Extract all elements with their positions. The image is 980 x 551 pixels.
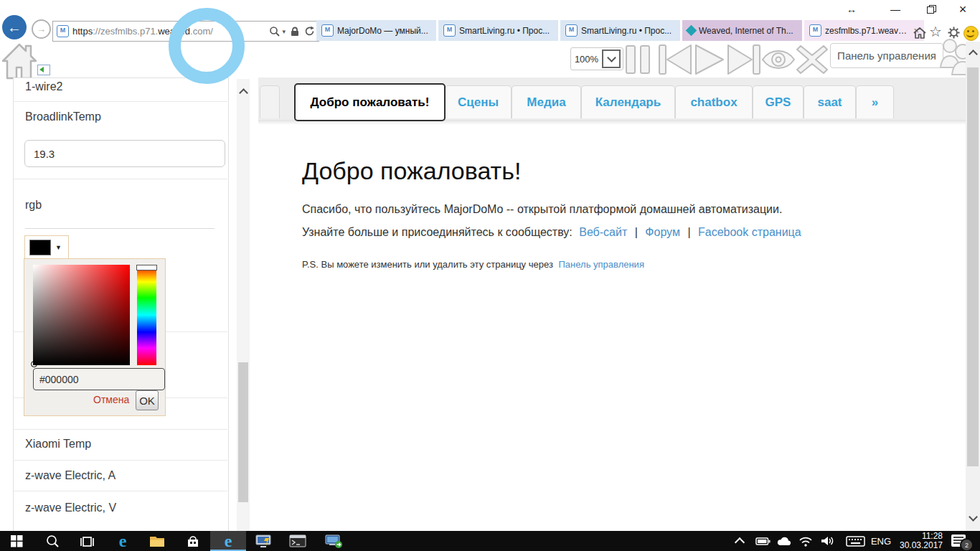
tab-calendar[interactable]: Календарь	[581, 85, 675, 118]
minimize-button[interactable]: —	[884, 0, 907, 19]
ps-prefix: P.S. Вы можете изменить или удалить эту …	[302, 259, 553, 270]
temp-input[interactable]	[24, 140, 225, 167]
hue-slider[interactable]	[137, 265, 156, 365]
forum-link[interactable]: Форум	[645, 226, 680, 238]
edge-icon[interactable]: e	[113, 531, 133, 551]
browser-tab-weaved[interactable]: Weaved, Internet of Th...	[682, 20, 802, 41]
zoom-dropdown[interactable]	[602, 50, 621, 68]
tab-scenes[interactable]: Сцены	[445, 85, 512, 118]
skip-forward-button[interactable]	[727, 44, 761, 78]
play-button[interactable]	[694, 44, 725, 78]
forward-button[interactable]: →	[32, 19, 51, 39]
store-icon[interactable]	[184, 531, 202, 551]
sidebar-item-1wire2[interactable]: 1-wire2	[25, 80, 62, 93]
tab-welcome[interactable]: Добро пожаловать!	[294, 83, 446, 121]
touch-keyboard-icon[interactable]	[844, 531, 867, 551]
hex-input[interactable]	[33, 368, 165, 390]
taskbar-search-icon[interactable]	[43, 531, 62, 551]
restore-button[interactable]	[920, 0, 943, 19]
close-button[interactable]: ×	[951, 0, 974, 19]
site-favicon: M	[57, 25, 69, 37]
clock[interactable]: 11:2830.03.2017	[897, 531, 946, 551]
tab-more[interactable]: »	[856, 85, 894, 118]
divider	[13, 491, 227, 491]
sidebar-item-zwave-a[interactable]: z-wave Electric, A	[25, 469, 116, 482]
volume-icon[interactable]	[818, 531, 837, 551]
wifi-icon[interactable]	[796, 531, 815, 551]
onedrive-cloud-icon[interactable]	[775, 531, 793, 551]
zoom-select[interactable]: 100%	[570, 47, 623, 70]
battery-icon	[753, 531, 772, 551]
color-marker[interactable]	[31, 361, 37, 367]
color-picker-popup: Отмена OK	[24, 258, 166, 416]
browser-tab-smartliving-1[interactable]: M SmartLiving.ru • Прос...	[438, 20, 558, 41]
ie-icon[interactable]: e	[210, 531, 246, 551]
control-panel-link[interactable]: Панель управления	[559, 259, 644, 270]
zoom-value: 100%	[571, 54, 602, 65]
browser-tab-strip: M MajorDoMo — умный... M SmartLiving.ru …	[316, 20, 924, 41]
hue-handle[interactable]	[136, 265, 157, 270]
back-button[interactable]: ←	[2, 15, 27, 39]
ok-button[interactable]: OK	[136, 390, 159, 410]
command-prompt-icon[interactable]	[287, 531, 308, 551]
browser-tab-current[interactable]: M zesfmlbs.p71.weave... ×	[804, 20, 924, 41]
scroll-up-icon[interactable]	[237, 85, 249, 99]
chevron-down-icon	[607, 53, 616, 62]
link-separator: |	[687, 226, 690, 238]
intro-paragraph: Спасибо, что пользуйтесь MajorDoMo -- от…	[302, 203, 782, 216]
browser-tab-majordomo[interactable]: M MajorDoMo — умный...	[316, 20, 436, 41]
home-icon[interactable]	[913, 26, 927, 42]
community-paragraph: Узнайте больше и присоединяйтесь к сообщ…	[302, 226, 801, 239]
sidebar-scrollbar-thumb[interactable]	[238, 362, 248, 502]
control-panel-button[interactable]: Панель управления	[830, 43, 943, 68]
page-scrollbar-thumb[interactable]	[967, 67, 979, 466]
cancel-link[interactable]: Отмена	[93, 394, 131, 405]
eye-view-button[interactable]	[760, 44, 796, 78]
color-swatch	[29, 240, 51, 255]
file-explorer-icon[interactable]	[148, 531, 166, 551]
screen: ↔ — × ← → M https://zesfmlbs.p71.weaved.…	[0, 0, 980, 551]
scroll-up-icon[interactable]	[966, 46, 979, 60]
tab-chatbox[interactable]: chatbox	[675, 85, 753, 118]
sidebar-item-zwave-v[interactable]: z-wave Electric, V	[25, 501, 116, 514]
sidebar-item-rgb[interactable]: rgb	[25, 199, 42, 212]
back-arrow-icon: ←	[7, 19, 22, 36]
pause-button[interactable]	[626, 45, 650, 77]
search-caret-icon: ▾	[282, 28, 286, 35]
tab-favicon: M	[321, 24, 334, 37]
browser-tab-smartliving-2[interactable]: M SmartLiving.ru • Прос...	[560, 20, 680, 41]
start-button[interactable]	[7, 531, 26, 551]
tray-date: 30.03.2017	[900, 541, 943, 550]
hide-panel-icon[interactable]	[37, 65, 50, 75]
link-separator: |	[635, 226, 638, 238]
close-x-button[interactable]	[796, 44, 828, 77]
notification-badge: 2	[960, 538, 974, 551]
scroll-down-icon[interactable]	[966, 511, 979, 525]
skip-back-button[interactable]	[658, 44, 692, 78]
refresh-icon[interactable]	[304, 26, 315, 37]
tab-media[interactable]: Медиа	[512, 85, 581, 118]
facebook-link[interactable]: Facebook страница	[698, 226, 801, 238]
caret-down-icon: ▼	[55, 244, 62, 251]
color-swatch-button[interactable]: ▼	[24, 235, 69, 259]
tab-saat[interactable]: saat	[804, 85, 856, 118]
remote-desktop-icon[interactable]	[253, 531, 274, 551]
task-view-icon[interactable]	[77, 531, 96, 551]
sidebar-item-xiaomi-temp[interactable]: Xiaomi Temp	[25, 438, 91, 451]
page-title: Добро пожаловать!	[302, 157, 521, 185]
weaved-icon	[686, 25, 697, 37]
tray-expand-icon[interactable]	[732, 531, 748, 551]
search-icon[interactable]: ▾	[269, 26, 286, 37]
network-pc-icon[interactable]	[323, 531, 344, 551]
saturation-value-gradient[interactable]	[33, 265, 130, 365]
divider	[13, 460, 227, 461]
tab-gps[interactable]: GPS	[753, 85, 804, 118]
touch-indicator-ring	[169, 8, 245, 84]
tab-stub	[260, 85, 280, 118]
website-link[interactable]: Веб-сайт	[579, 226, 627, 238]
lock-icon	[289, 26, 301, 37]
restore-icon	[927, 5, 936, 14]
resize-cursor-icon: ↔	[844, 0, 859, 19]
sidebar-item-broadlinktemp[interactable]: BroadlinkTemp	[25, 110, 101, 123]
language-indicator[interactable]: ENG	[870, 531, 892, 551]
